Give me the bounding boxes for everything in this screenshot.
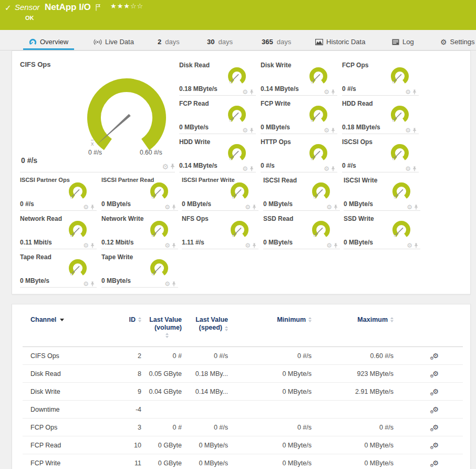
pin-icon[interactable] <box>412 128 417 134</box>
tab-log[interactable]: Log <box>392 38 414 46</box>
channel-settings-icon[interactable]: ⚙⚙ <box>432 460 439 467</box>
gauge-settings-icon[interactable]: ⚙ <box>324 89 329 95</box>
gauge-settings-icon[interactable]: ⚙ <box>162 164 169 170</box>
gauge-cell-ssd-write[interactable]: SSD Write 0 MByte/s ⚙ <box>344 211 420 249</box>
gauge-cell-fcp-ops[interactable]: FCP Ops 0 #/s ⚙ <box>342 57 419 96</box>
channel-settings-icon[interactable]: ⚙⚙ <box>432 370 439 378</box>
priority-stars[interactable]: ★★★☆☆ <box>110 2 143 10</box>
gauge-cell-iscsi-write[interactable]: ISCSI Write 0 MByte/s ⚙ <box>344 172 420 211</box>
gauge-cell-network-read[interactable]: Network Read 0.11 Mbit/s ⚙ <box>20 211 97 249</box>
gauge-settings-icon[interactable]: ⚙ <box>245 204 251 210</box>
col-last-value-volume[interactable]: Last Value (volume) <box>141 316 182 346</box>
pin-icon[interactable] <box>250 89 254 95</box>
pin-icon[interactable] <box>90 243 95 249</box>
channel-id: 2 <box>115 352 141 360</box>
pin-icon[interactable] <box>252 205 256 210</box>
gauge-cell-iscsi-partner-write[interactable]: ISCSI Partner Write 0 MByte/s ⚙ <box>182 172 258 211</box>
gauge-settings-icon[interactable]: ⚙ <box>242 166 248 172</box>
gauge-value: 0 MByte/s <box>101 200 131 208</box>
channel-settings-icon[interactable]: ⚙⚙ <box>432 442 439 449</box>
pin-icon[interactable] <box>90 205 95 210</box>
gauge-settings-icon[interactable]: ⚙ <box>324 127 329 134</box>
gauge-cell-iscsi-ops[interactable]: ISCSI Ops 0 #/s ⚙ <box>342 134 419 172</box>
pin-icon[interactable] <box>412 166 417 172</box>
col-last-value-speed[interactable]: Last Value (speed) <box>182 316 228 346</box>
gauge-settings-icon[interactable]: ⚙ <box>245 242 251 249</box>
channel-settings-icon[interactable]: ⚙⚙ <box>432 388 439 395</box>
gauge-cell-iscsi-read[interactable]: ISCSI Read 0 MByte/s ⚙ <box>263 172 340 211</box>
gauge-settings-icon[interactable]: ⚙ <box>405 166 411 172</box>
gauge-cell-iscsi-partner-ops[interactable]: ISCSI Partner Ops 0 #/s ⚙ <box>20 172 97 211</box>
gauge-settings-icon[interactable]: ⚙ <box>407 204 412 210</box>
gauge-settings-icon[interactable]: ⚙ <box>83 281 89 287</box>
gauge-settings-icon[interactable]: ⚙ <box>242 89 248 95</box>
pin-icon[interactable] <box>412 89 417 95</box>
gauge-value: 0.14 MByte/s <box>261 85 299 93</box>
tab-overview[interactable]: Overview <box>29 38 68 46</box>
flag-icon[interactable] <box>96 4 100 13</box>
pin-icon[interactable] <box>250 128 254 134</box>
tab-live-data[interactable]: Live Data <box>94 38 134 46</box>
pin-icon[interactable] <box>172 243 176 249</box>
gauge-settings-icon[interactable]: ⚙ <box>242 127 248 134</box>
gauge-cell-tape-write[interactable]: Tape Write 0 MByte/s ⚙ <box>101 249 178 288</box>
tab-365-days[interactable]: 365 days <box>262 38 291 46</box>
gauge-cell-nfs-ops[interactable]: NFS Ops 1.11 #/s ⚙ <box>182 211 258 249</box>
pin-icon[interactable] <box>172 205 176 210</box>
table-header: Channel ID Last Value (volume) L <box>23 304 463 347</box>
gauge-cell-tape-read[interactable]: Tape Read 0 MByte/s ⚙ <box>20 249 97 288</box>
gauge-cell-cifs-ops[interactable]: CIFS Ops x 0 #/s 0.60 #/s 0 #/s ⚙ <box>20 57 175 172</box>
pin-icon[interactable] <box>414 243 418 249</box>
gauge-cell-hdd-write[interactable]: HDD Write 0.14 MByte/s ⚙ <box>179 134 256 172</box>
gauge-settings-icon[interactable]: ⚙ <box>405 127 411 134</box>
col-channel[interactable]: Channel <box>30 316 115 346</box>
gauge-settings-icon[interactable]: ⚙ <box>326 242 332 249</box>
channel-settings-icon[interactable]: ⚙⚙ <box>432 424 439 431</box>
pin-icon[interactable] <box>331 166 335 172</box>
minimum: 0 MByte/s <box>228 460 312 467</box>
pin-icon[interactable] <box>331 128 335 134</box>
channel-settings-icon[interactable]: ⚙⚙ <box>432 352 439 360</box>
pin-icon[interactable] <box>250 166 254 172</box>
col-maximum[interactable]: Maximum <box>312 316 394 346</box>
gauge-cell-http-ops[interactable]: HTTP Ops 0 #/s ⚙ <box>261 134 337 172</box>
pin-icon[interactable] <box>334 205 338 210</box>
tab-30-days[interactable]: 30 days <box>207 38 233 46</box>
gauge-settings-icon[interactable]: ⚙ <box>324 166 329 172</box>
gauge-cell-network-write[interactable]: Network Write 0.12 Mbit/s ⚙ <box>101 211 178 249</box>
col-id[interactable]: ID <box>115 316 141 346</box>
gauge-cell-iscsi-partner-read[interactable]: ISCSI Partner Read 0 MByte/s ⚙ <box>101 172 178 211</box>
gauge-cell-disk-write[interactable]: Disk Write 0.14 MByte/s ⚙ <box>261 57 337 96</box>
gauge-settings-icon[interactable]: ⚙ <box>83 242 89 249</box>
gauge-settings-icon[interactable]: ⚙ <box>164 204 170 210</box>
channel-settings-icon[interactable]: ⚙⚙ <box>432 406 439 413</box>
tab-2-days[interactable]: 2 days <box>158 38 180 46</box>
gauge-cell-hdd-read[interactable]: HDD Read 0.18 MByte/s ⚙ <box>342 96 419 134</box>
gauge-label: Tape Write <box>101 253 133 261</box>
pin-icon[interactable] <box>90 281 95 287</box>
gauge-cell-fcp-read[interactable]: FCP Read 0 MByte/s ⚙ <box>179 96 256 134</box>
gauge-settings-icon[interactable]: ⚙ <box>164 281 170 287</box>
gauge-cell-ssd-read[interactable]: SSD Read 0 MByte/s ⚙ <box>263 211 340 249</box>
gauge-settings-icon[interactable]: ⚙ <box>83 204 89 210</box>
pin-icon[interactable] <box>331 89 335 95</box>
pin-icon[interactable] <box>172 281 176 287</box>
pin-icon[interactable] <box>170 164 175 170</box>
maximum: 0 MByte/s <box>312 442 394 449</box>
average-marker: x <box>91 140 94 147</box>
gauge-cell-disk-read[interactable]: Disk Read 0.18 MByte/s ⚙ <box>179 57 256 96</box>
gauge-cell-fcp-write[interactable]: FCP Write 0 MByte/s ⚙ <box>261 96 337 134</box>
last-value-speed: 0 MByte/s <box>182 442 228 449</box>
gauge-settings-icon[interactable]: ⚙ <box>405 89 411 95</box>
pin-icon[interactable] <box>334 243 338 249</box>
gauge-settings-icon[interactable]: ⚙ <box>407 242 412 249</box>
gauge-settings-icon[interactable]: ⚙ <box>164 242 170 249</box>
mini-gauge <box>389 143 411 164</box>
col-minimum[interactable]: Minimum <box>228 316 312 346</box>
pin-icon[interactable] <box>252 243 256 249</box>
gauge-settings-icon[interactable]: ⚙ <box>326 204 332 210</box>
tab-settings[interactable]: ⚙ Settings <box>440 38 475 46</box>
tab-historic-data[interactable]: Historic Data <box>315 38 365 46</box>
pin-icon[interactable] <box>414 205 418 210</box>
gauge-icon <box>29 38 37 46</box>
